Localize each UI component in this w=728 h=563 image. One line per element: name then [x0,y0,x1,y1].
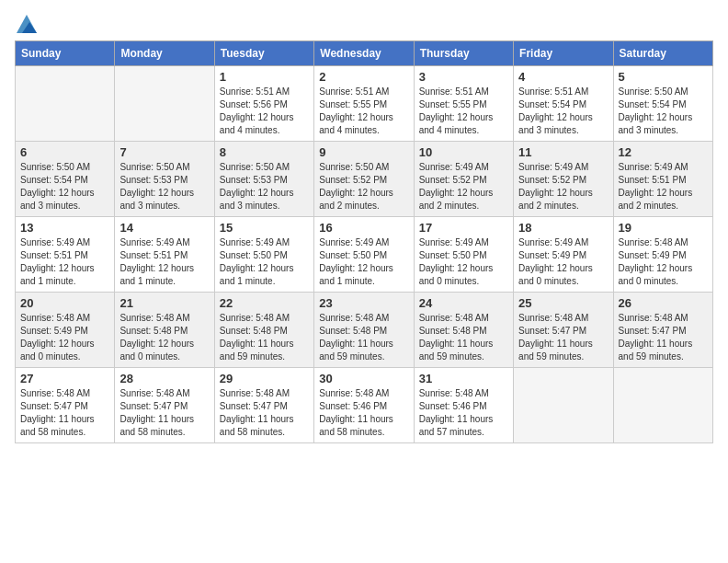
cell-content: Sunrise: 5:51 AM Sunset: 5:54 PM Dayligh… [518,86,608,137]
cell-content: Sunrise: 5:48 AM Sunset: 5:48 PM Dayligh… [220,312,309,363]
cell-content: Sunrise: 5:51 AM Sunset: 5:55 PM Dayligh… [419,86,508,137]
calendar-cell [115,66,214,142]
day-number: 22 [220,296,309,310]
cell-content: Sunrise: 5:50 AM Sunset: 5:54 PM Dayligh… [20,161,109,213]
cell-content: Sunrise: 5:49 AM Sunset: 5:50 PM Dayligh… [419,236,508,288]
calendar-cell: 14Sunrise: 5:49 AM Sunset: 5:51 PM Dayli… [115,217,214,293]
cell-content: Sunrise: 5:49 AM Sunset: 5:51 PM Dayligh… [619,161,708,213]
day-number: 10 [419,145,508,159]
calendar-cell: 25Sunrise: 5:48 AM Sunset: 5:47 PM Dayli… [514,293,613,368]
cell-content: Sunrise: 5:49 AM Sunset: 5:52 PM Dayligh… [518,161,608,213]
day-number: 14 [119,221,209,235]
calendar-week-5: 27Sunrise: 5:48 AM Sunset: 5:47 PM Dayli… [16,368,713,443]
day-number: 27 [20,372,109,385]
calendar-cell: 15Sunrise: 5:49 AM Sunset: 5:50 PM Dayli… [214,217,313,293]
calendar-cell: 17Sunrise: 5:49 AM Sunset: 5:50 PM Dayli… [414,217,513,293]
day-number: 30 [319,372,408,385]
cell-content: Sunrise: 5:49 AM Sunset: 5:50 PM Dayligh… [220,236,309,288]
calendar-cell: 10Sunrise: 5:49 AM Sunset: 5:52 PM Dayli… [414,142,513,217]
calendar-table: SundayMondayTuesdayWednesdayThursdayFrid… [15,40,713,443]
calendar-cell: 8Sunrise: 5:50 AM Sunset: 5:53 PM Daylig… [214,142,313,217]
day-number: 15 [220,221,309,235]
day-number: 16 [319,221,408,235]
header-monday: Monday [115,41,214,66]
day-number: 4 [518,70,608,84]
calendar-cell: 7Sunrise: 5:50 AM Sunset: 5:53 PM Daylig… [115,142,214,217]
day-number: 2 [319,70,408,84]
calendar-cell: 28Sunrise: 5:48 AM Sunset: 5:47 PM Dayli… [115,368,214,443]
calendar-week-3: 13Sunrise: 5:49 AM Sunset: 5:51 PM Dayli… [16,217,713,293]
header-wednesday: Wednesday [314,41,414,66]
calendar-cell: 29Sunrise: 5:48 AM Sunset: 5:47 PM Dayli… [214,368,313,443]
day-number: 1 [220,70,309,84]
logo [15,15,37,33]
calendar-cell: 30Sunrise: 5:48 AM Sunset: 5:46 PM Dayli… [314,368,414,443]
calendar-cell: 20Sunrise: 5:48 AM Sunset: 5:49 PM Dayli… [16,293,115,368]
calendar-cell: 12Sunrise: 5:49 AM Sunset: 5:51 PM Dayli… [613,142,712,217]
day-number: 11 [518,145,608,159]
calendar-cell [16,66,115,142]
day-number: 17 [419,221,508,235]
calendar-cell: 9Sunrise: 5:50 AM Sunset: 5:52 PM Daylig… [314,142,414,217]
calendar-cell: 24Sunrise: 5:48 AM Sunset: 5:48 PM Dayli… [414,293,513,368]
cell-content: Sunrise: 5:50 AM Sunset: 5:52 PM Dayligh… [319,161,408,213]
calendar-cell: 23Sunrise: 5:48 AM Sunset: 5:48 PM Dayli… [314,293,414,368]
header-sunday: Sunday [16,41,115,66]
calendar-cell: 31Sunrise: 5:48 AM Sunset: 5:46 PM Dayli… [414,368,513,443]
cell-content: Sunrise: 5:49 AM Sunset: 5:50 PM Dayligh… [319,236,408,288]
day-number: 13 [20,221,109,235]
day-number: 19 [619,221,708,235]
header-tuesday: Tuesday [214,41,313,66]
day-number: 21 [119,296,209,310]
day-number: 8 [220,145,309,159]
cell-content: Sunrise: 5:48 AM Sunset: 5:47 PM Dayligh… [220,387,309,439]
day-number: 20 [20,296,109,310]
cell-content: Sunrise: 5:49 AM Sunset: 5:52 PM Dayligh… [419,161,508,213]
page-header [15,15,713,33]
cell-content: Sunrise: 5:48 AM Sunset: 5:46 PM Dayligh… [319,387,408,439]
day-number: 6 [20,145,109,159]
calendar-cell: 3Sunrise: 5:51 AM Sunset: 5:55 PM Daylig… [414,66,513,142]
day-number: 9 [319,145,408,159]
cell-content: Sunrise: 5:49 AM Sunset: 5:51 PM Dayligh… [20,236,109,288]
cell-content: Sunrise: 5:50 AM Sunset: 5:53 PM Dayligh… [220,161,309,213]
calendar-cell: 18Sunrise: 5:49 AM Sunset: 5:49 PM Dayli… [514,217,613,293]
calendar-cell: 6Sunrise: 5:50 AM Sunset: 5:54 PM Daylig… [16,142,115,217]
cell-content: Sunrise: 5:48 AM Sunset: 5:48 PM Dayligh… [419,312,508,363]
calendar-cell: 22Sunrise: 5:48 AM Sunset: 5:48 PM Dayli… [214,293,313,368]
calendar-cell: 1Sunrise: 5:51 AM Sunset: 5:56 PM Daylig… [214,66,313,142]
calendar-cell [613,368,712,443]
day-number: 28 [119,372,209,385]
cell-content: Sunrise: 5:48 AM Sunset: 5:47 PM Dayligh… [619,312,708,363]
calendar-cell: 19Sunrise: 5:48 AM Sunset: 5:49 PM Dayli… [613,217,712,293]
cell-content: Sunrise: 5:48 AM Sunset: 5:48 PM Dayligh… [119,312,209,363]
day-number: 18 [518,221,608,235]
calendar-cell: 4Sunrise: 5:51 AM Sunset: 5:54 PM Daylig… [514,66,613,142]
day-number: 31 [419,372,508,385]
cell-content: Sunrise: 5:48 AM Sunset: 5:48 PM Dayligh… [319,312,408,363]
calendar-week-4: 20Sunrise: 5:48 AM Sunset: 5:49 PM Dayli… [16,293,713,368]
cell-content: Sunrise: 5:50 AM Sunset: 5:53 PM Dayligh… [119,161,209,213]
calendar-week-2: 6Sunrise: 5:50 AM Sunset: 5:54 PM Daylig… [16,142,713,217]
day-number: 29 [220,372,309,385]
header-friday: Friday [514,41,613,66]
calendar-cell: 26Sunrise: 5:48 AM Sunset: 5:47 PM Dayli… [613,293,712,368]
calendar-cell: 5Sunrise: 5:50 AM Sunset: 5:54 PM Daylig… [613,66,712,142]
header-thursday: Thursday [414,41,513,66]
cell-content: Sunrise: 5:49 AM Sunset: 5:49 PM Dayligh… [518,236,608,288]
cell-content: Sunrise: 5:48 AM Sunset: 5:47 PM Dayligh… [518,312,608,363]
day-number: 12 [619,145,708,159]
calendar-cell [514,368,613,443]
cell-content: Sunrise: 5:48 AM Sunset: 5:49 PM Dayligh… [619,236,708,288]
cell-content: Sunrise: 5:51 AM Sunset: 5:56 PM Dayligh… [220,86,309,137]
day-number: 26 [619,296,708,310]
cell-content: Sunrise: 5:48 AM Sunset: 5:46 PM Dayligh… [419,387,508,439]
cell-content: Sunrise: 5:48 AM Sunset: 5:47 PM Dayligh… [20,387,109,439]
cell-content: Sunrise: 5:49 AM Sunset: 5:51 PM Dayligh… [119,236,209,288]
calendar-cell: 13Sunrise: 5:49 AM Sunset: 5:51 PM Dayli… [16,217,115,293]
day-number: 7 [119,145,209,159]
calendar-header-row: SundayMondayTuesdayWednesdayThursdayFrid… [16,41,713,66]
calendar-cell: 27Sunrise: 5:48 AM Sunset: 5:47 PM Dayli… [16,368,115,443]
day-number: 23 [319,296,408,310]
calendar-cell: 2Sunrise: 5:51 AM Sunset: 5:55 PM Daylig… [314,66,414,142]
